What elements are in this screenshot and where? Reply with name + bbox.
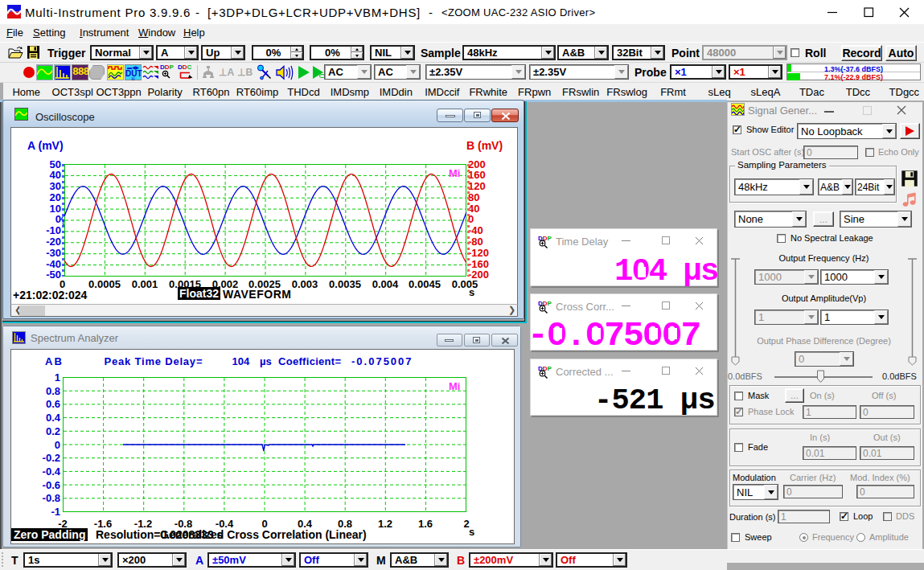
svg-text:Mi: Mi: [449, 167, 460, 179]
svg-text:Mi: Mi: [449, 380, 460, 392]
